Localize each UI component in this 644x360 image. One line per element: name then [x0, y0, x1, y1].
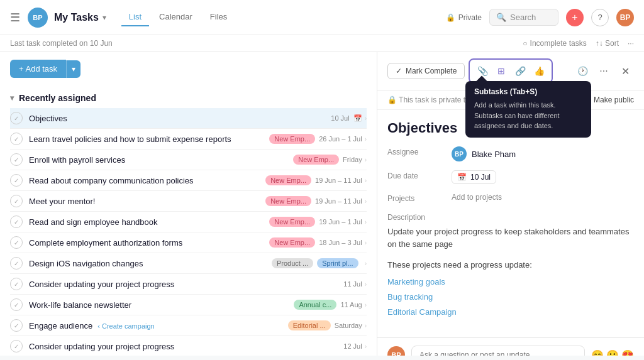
due-date-value[interactable]: 📅 10 Jul: [452, 170, 496, 184]
project-link-1[interactable]: Marketing goals: [387, 277, 445, 286]
add-task-button[interactable]: + Add task: [10, 60, 66, 78]
desc-projects-title: These projects need a progress update:: [387, 260, 532, 270]
description-label: Description: [387, 212, 444, 222]
task-check-icon[interactable]: ✓: [10, 153, 23, 166]
comment-user-avatar: BP: [387, 346, 405, 356]
task-check-icon[interactable]: ✓: [10, 319, 23, 332]
project-link-3[interactable]: Editorial Campaign: [387, 307, 457, 317]
help-button[interactable]: ?: [591, 9, 609, 26]
new-task-plus-button[interactable]: +: [566, 9, 584, 26]
close-button[interactable]: ✕: [616, 62, 634, 80]
nav-right: 🔒 Private 🔍 Search + ? BP: [446, 9, 634, 26]
task-name: Work-life balance newsletter: [29, 300, 294, 310]
task-check-icon[interactable]: ✓: [10, 195, 23, 207]
sort-button[interactable]: ↑↓ Sort: [596, 39, 619, 48]
due-date-label: Due date: [387, 170, 444, 180]
task-row[interactable]: ✓ Read about company communication polic…: [10, 170, 367, 191]
comment-area: BP 😊 😀 😍: [377, 337, 644, 356]
assignee-avatar: BP: [452, 146, 467, 161]
add-task-bar: + Add task ▾: [10, 60, 367, 78]
add-projects-button[interactable]: Add to projects: [452, 193, 502, 202]
task-row[interactable]: ✓ Consider updating your project progres…: [10, 274, 367, 295]
task-row[interactable]: ✓ Objectives 10 Jul 📅 ›: [10, 108, 367, 129]
tab-calendar[interactable]: Calendar: [152, 8, 200, 26]
comment-input[interactable]: [411, 346, 585, 356]
task-row[interactable]: ✓ Read and sign employee handbook New Em…: [10, 212, 367, 232]
calendar-icon: 📅: [457, 173, 467, 182]
task-row[interactable]: ✓ Enroll with payroll services New Emp..…: [10, 150, 367, 170]
due-date-row: Due date 📅 10 Jul: [387, 170, 634, 184]
task-check-icon[interactable]: ✓: [10, 174, 23, 187]
mark-complete-button[interactable]: ✓ Mark Complete: [387, 63, 465, 79]
task-row[interactable]: ✓ Design iOS navigation changes Product …: [10, 253, 367, 274]
more-options-button[interactable]: ···: [628, 39, 634, 48]
task-row[interactable]: ✓ Learn travel policies and how to submi…: [10, 129, 367, 150]
user-avatar-nav: BP: [28, 8, 48, 28]
tab-files[interactable]: Files: [203, 8, 235, 26]
sub-nav: Last task completed on 10 Jun ○ Incomple…: [0, 35, 644, 52]
user-avatar-nav-right[interactable]: BP: [616, 9, 634, 26]
task-check-icon[interactable]: ✓: [10, 340, 23, 352]
task-detail: Objectives Assignee BP Blake Pham Due da…: [377, 110, 644, 337]
task-row[interactable]: ✓ Meet your mentor! New Emp... 19 Jun – …: [10, 191, 367, 212]
task-check-icon[interactable]: ✓: [10, 112, 23, 124]
filter-icon: ○: [523, 39, 527, 48]
task-row[interactable]: ✓ Consider updating your project progres…: [10, 336, 367, 356]
task-check-icon[interactable]: ✓: [10, 298, 23, 311]
task-date: 19 Jun – 1 Jul: [319, 218, 362, 226]
task-tag: New Emp...: [293, 155, 339, 165]
emoji-3[interactable]: 😍: [621, 349, 634, 356]
tooltip-description: Add a task within this task. Subtasks ca…: [474, 100, 582, 131]
title-chevron-icon[interactable]: ▾: [103, 13, 106, 22]
subtask-tooltip: Subtasks (Tab+S) Add a task within this …: [465, 81, 591, 138]
task-tag: New Emp...: [269, 217, 315, 227]
clock-button[interactable]: 🕐: [574, 62, 591, 80]
task-check-icon[interactable]: ✓: [10, 236, 23, 249]
toolbar-more: 🕐 ··· ✕: [574, 62, 634, 80]
description-row: Description Update your project progress…: [387, 212, 634, 319]
task-date: 19 Jun – 11 Jul: [315, 197, 362, 205]
projects-row: Projects Add to projects: [387, 193, 634, 203]
main-layout: + Add task ▾ ▾ Recently assigned ✓ Objec…: [0, 52, 644, 356]
like-button[interactable]: 👍: [530, 62, 548, 80]
make-public-button[interactable]: Make public: [594, 95, 634, 104]
project-link-2[interactable]: Bug tracking: [387, 292, 433, 302]
hamburger-icon[interactable]: ☰: [10, 11, 20, 25]
task-meta: New Emp... 18 Jun – 3 Jul: [269, 237, 362, 248]
task-date: Saturday: [335, 322, 362, 329]
lock-icon: 🔒: [446, 13, 455, 22]
search-placeholder-text: Search: [510, 13, 536, 22]
task-list: ✓ Objectives 10 Jul 📅 › ✓ Learn travel p…: [10, 108, 367, 356]
task-row[interactable]: ✓ Work-life balance newsletter Annual c.…: [10, 295, 367, 315]
subtask-button[interactable]: ⊞: [492, 62, 510, 80]
task-check-icon[interactable]: ✓: [10, 215, 23, 228]
task-arrow-icon: ›: [365, 260, 367, 267]
task-arrow-icon: ›: [365, 322, 367, 329]
task-row[interactable]: ✓ Engage audience‹ Create campaign Edito…: [10, 315, 367, 336]
recently-assigned-section[interactable]: ▾ Recently assigned: [10, 88, 367, 108]
task-meta: Editorial ... Saturday: [288, 320, 362, 330]
check-icon: ✓: [396, 67, 402, 75]
due-date-display[interactable]: 📅 10 Jul: [452, 170, 496, 184]
mark-complete-label: Mark Complete: [406, 67, 457, 75]
task-meta: Product ...Sprint pl...: [272, 258, 362, 268]
task-check-icon[interactable]: ✓: [10, 133, 23, 145]
tab-list[interactable]: List: [121, 8, 149, 26]
task-check-icon[interactable]: ✓: [10, 257, 23, 270]
add-task-dropdown-button[interactable]: ▾: [66, 60, 80, 78]
assignee-value[interactable]: BP Blake Pham: [452, 146, 516, 161]
task-arrow-icon: ›: [365, 198, 367, 205]
emoji-1[interactable]: 😊: [591, 349, 604, 356]
search-bar[interactable]: 🔍 Search: [489, 9, 558, 26]
link-button[interactable]: 🔗: [511, 62, 529, 80]
task-date: 26 Jun – 1 Jul: [319, 135, 362, 143]
task-check-icon[interactable]: ✓: [10, 278, 23, 290]
more-options-btn[interactable]: ···: [595, 62, 613, 80]
task-date-icon: 📅: [353, 114, 362, 123]
task-tag: New Emp...: [265, 175, 311, 185]
task-row[interactable]: ✓ Complete employment authorization form…: [10, 232, 367, 253]
search-icon: 🔍: [496, 13, 506, 22]
incomplete-tasks-filter[interactable]: ○ Incomplete tasks: [523, 39, 586, 48]
task-arrow-icon: ›: [365, 343, 367, 350]
emoji-2[interactable]: 😀: [606, 349, 619, 356]
